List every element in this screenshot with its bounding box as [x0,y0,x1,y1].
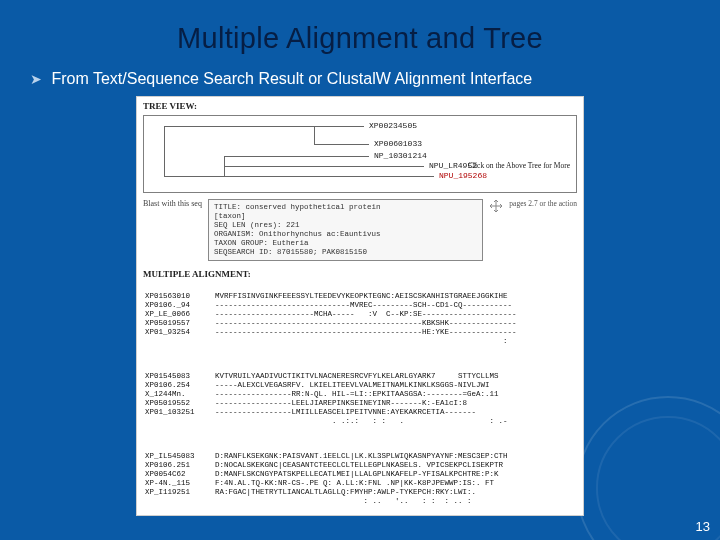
tree-leaf: XP00601033 [374,139,422,148]
consensus-marks: . .:.: : : . : .- [215,417,508,425]
tree-leaf: NP_10301214 [374,151,427,160]
accession: XP_LE_0066 [145,310,215,319]
meta-line: ORGANISM: Onithorhynchus ac:Eauntivus [214,230,477,239]
bullet-text: From Text/Sequence Search Result or Clus… [51,70,532,87]
zoom-hint: pages 2.7 or the action [509,199,577,208]
meta-line: SEQ LEN (nres): 221 [214,221,477,230]
tree-view-heading: TREE VIEW: [137,97,583,113]
slide-title: Multiple Alignment and Tree [0,22,720,55]
metadata-box: TITLE: conserved hypothetical protein [t… [208,199,483,261]
seq-line: -----------------RR:N-QL. HIL-=LI::EPKIT… [215,390,499,398]
seq-line: -----------------LMIILLEASCELIPEITVNNE:A… [215,408,476,416]
accession: XP0106._94 [145,301,215,310]
accession: XP01_93254 [145,328,215,337]
meta-line: TITLE: conserved hypothetical protein [214,203,477,212]
meta-line: [taxon] [214,212,477,221]
alignment-block-3: XP_IL545083D:RANFLKSEKGNK:PAISVANT.1EELC… [137,441,583,515]
consensus-marks: : [215,337,508,345]
seq-line: D:NOCALSKEKGNC|CEASANTCTEECLCLTELLEGPLNK… [215,461,503,469]
tree-leaf: XP00234505 [369,121,417,130]
multiple-alignment-heading: MULTIPLE ALIGNMENT: [137,265,583,281]
accession: XP_I119251 [145,488,215,497]
tree-diagram[interactable]: XP00234505 XP00601033 NP_10301214 NPU_LR… [143,115,577,193]
consensus-marks: : .. '.. : : : .. : [215,497,494,505]
accession: XP0106.251 [145,461,215,470]
seq-line: D:RANFLKSEKGNK:PAISVANT.1EELCL|LK.KL3SPL… [215,452,508,460]
alignment-block-2: XP01545083KVTVRUILYAADIVUCTIKITVLNACNERE… [137,361,583,435]
seq-line: MVRFFISINVGINKFEEESSYLTEEDEVYKEOPKTEGNC:… [215,292,508,300]
page-number: 13 [696,519,710,534]
accession: XP01545083 [145,372,215,381]
accession: XP05019552 [145,399,215,408]
embedded-screenshot: TREE VIEW: XP00234505 XP00601033 NP_1030… [136,96,584,516]
seq-line: RA:FGAC|THETRYTLIANCALTLAGLLQ:FMYHP:AWLP… [215,488,476,496]
accession: XP05019557 [145,319,215,328]
bullet-icon: ➤ [30,71,42,87]
slide-bullet: ➤ From Text/Sequence Search Result or Cl… [30,70,532,88]
seq-line: D:MANFLSKCNGYPATSKPELLECATLMEI|LLALGPLNK… [215,470,499,478]
seq-line: ----------------------MCHA----- :V C--KP… [215,310,517,318]
accession: XP_IL545083 [145,452,215,461]
seq-line: -----------------LEELJIAREPINKSEINEYINR-… [215,399,467,407]
accession: XP0106.254 [145,381,215,390]
seq-line: ----------------------------------------… [215,319,517,327]
move-icon[interactable] [489,199,503,213]
alignment-block-1: XP01563010MVRFFISINVGINKFEEESSYLTEEDEVYK… [137,281,583,355]
meta-line: SEQSEARCH ID: 87015580; PAK0815150 [214,248,477,257]
seq-line: F:4N.AL.TQ-KK:NR-CS-.PE Q: A.LL:K:FNL .N… [215,479,494,487]
seq-line: KVTVRUILYAADIVUCTIKITVLNACNERESRCVFYLKEL… [215,372,499,380]
accession: XP0054C62 [145,470,215,479]
seq-line: -----ALEXCLVEGASRFV. LKIELITEEVLVALMEITN… [215,381,490,389]
blast-link[interactable]: Blast with this seq [143,199,202,208]
accession: X_1244Mn. [145,390,215,399]
seq-line: ------------------------------MVREC-----… [215,301,512,309]
accession: XP01_103251 [145,408,215,417]
seq-line: ----------------------------------------… [215,328,517,336]
accession: XP01563010 [145,292,215,301]
tree-hint-text: Click on the Above Tree for More [468,161,570,170]
meta-line: TAXON GROUP: Eutheria [214,239,477,248]
accession: XP-4N._115 [145,479,215,488]
tree-leaf-highlight: NPU_195268 [439,171,487,180]
